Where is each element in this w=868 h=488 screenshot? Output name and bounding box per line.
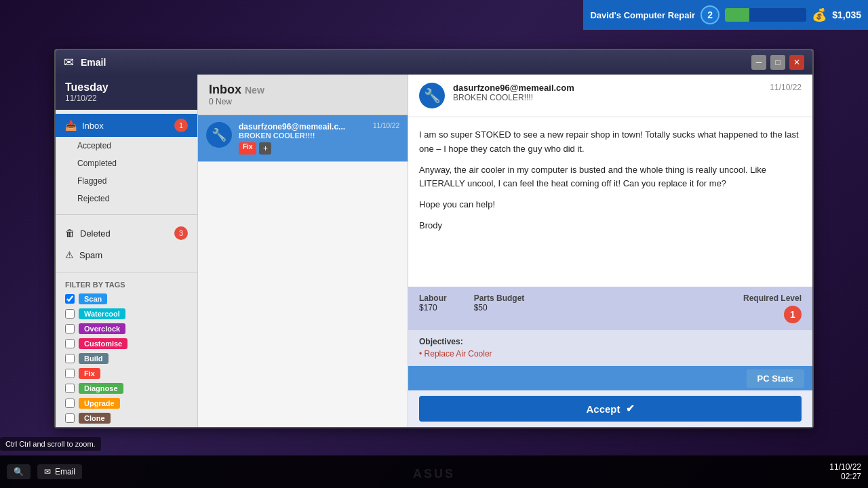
tag-checkbox-watercool[interactable] [65,309,75,319]
sidebar-item-flagged[interactable]: Flagged [56,172,197,190]
sidebar-inbox-label: Inbox [82,121,169,131]
topbar-money: $1,035 [832,9,861,20]
tags-list: Scan Watercool Overclock Customise [56,291,197,427]
required-level-badge: 1 [784,306,802,323]
tag-label-customise: Customise [79,338,127,349]
tag-checkbox-diagnose[interactable] [65,384,75,393]
labour-label: Labour [419,293,447,303]
tag-checkbox-customise[interactable] [65,339,75,348]
email-detail-subject: BROKEN COOLER!!!! [453,93,762,102]
email-list-panel: Inbox New 0 New 🔧 dasurfzone96@memeail.c… [198,75,408,427]
email-list-subtitle: 0 New [209,97,397,106]
tag-checkbox-build[interactable] [65,354,75,363]
money-icon: 💰 [812,7,827,22]
tag-checkbox-overclock[interactable] [65,324,75,333]
tag-item-clone[interactable]: Clone [61,411,192,426]
email-detail-sender: dasurfzone96@memeail.com [453,83,762,93]
deleted-icon: 🗑 [65,228,75,239]
spam-icon: ⚠ [65,249,74,260]
tag-item-diagnose[interactable]: Diagnose [61,381,192,396]
email-detail-header: 🔧 dasurfzone96@memeail.com BROKEN COOLER… [408,75,812,117]
email-detail-footer: PC Stats [408,365,812,390]
email-content: dasurfzone96@memeail.c... BROKEN COOLER!… [239,122,366,155]
sidebar-item-deleted[interactable]: 🗑 Deleted 3 [56,222,197,245]
objectives: Objectives: • Replace Air Cooler [408,330,812,365]
parts-budget-value: $50 [474,303,525,312]
job-details: Labour $170 Parts Budget $50 Required Le… [408,287,812,330]
taskbar-email-btn[interactable]: ✉ Email [37,464,82,479]
topbar-title: David's Computer Repair [590,10,695,20]
sidebar-item-completed[interactable]: Completed [56,155,197,172]
email-from: dasurfzone96@memeail.c... [239,122,366,131]
email-tags: Fix + [239,142,366,155]
tag-label-diagnose: Diagnose [79,383,123,394]
sidebar-day: Tuesday 11/10/22 [56,75,197,110]
search-icon: 🔍 [14,467,24,476]
tag-item-scan[interactable]: Scan [61,291,192,306]
deleted-badge: 3 [174,226,188,240]
email-detail-avatar: 🔧 [419,83,445,108]
email-body-p4: Brody [419,219,802,233]
topbar: David's Computer Repair 2 💰 $1,035 [583,0,868,30]
tag-checkbox-fix[interactable] [65,369,75,378]
email-list-header: Inbox New 0 New [198,75,408,115]
taskbar-email-label: Email [55,467,75,476]
objectives-item-1: • Replace Air Cooler [419,349,802,359]
sidebar-item-rejected[interactable]: Rejected [56,190,197,207]
sidebar-item-inbox[interactable]: 📥 Inbox 1 [56,114,197,137]
email-list-item[interactable]: 🔧 dasurfzone96@memeail.c... BROKEN COOLE… [198,115,408,162]
close-button[interactable]: ✕ [789,55,804,70]
tag-add-button[interactable]: + [259,142,271,155]
tag-checkbox-upgrade[interactable] [65,399,75,408]
sidebar-deleted-label: Deleted [80,228,169,239]
maximize-button[interactable]: □ [770,55,785,70]
email-detail-from-info: dasurfzone96@memeail.com BROKEN COOLER!!… [453,83,762,102]
tag-item-customise[interactable]: Customise [61,336,192,351]
taskbar-search-btn[interactable]: 🔍 [7,464,31,479]
taskbar-clock: 11/10/22 02:27 [829,462,861,481]
sidebar-tags-header: Filter by Tags [56,275,197,291]
tag-checkbox-scan[interactable] [65,294,75,304]
email-avatar: 🔧 [206,122,232,148]
sidebar-section-main: 📥 Inbox 1 Accepted Completed Flagged Rej… [56,110,197,211]
sidebar-item-accepted[interactable]: Accepted [56,137,197,155]
email-icon: ✉ [44,467,51,476]
kb-hint: Ctrl Ctrl and scroll to zoom. [0,437,101,451]
required-level: Required Level 1 [743,293,802,323]
topbar-xp-bar [725,8,806,22]
email-detail-body: I am so super STOKED to see a new repair… [408,117,812,287]
email-list-title: Inbox New [209,83,397,97]
window-title: Email [81,57,745,68]
email-detail-panel: 🔧 dasurfzone96@memeail.com BROKEN COOLER… [408,75,812,427]
pc-stats-bar: PC Stats [408,366,812,390]
tag-label-clone: Clone [79,413,111,424]
labour-value: $170 [419,303,447,312]
tag-item-overclock[interactable]: Overclock [61,321,192,336]
email-body-p3: Hope you can help! [419,198,802,212]
tag-item-fix[interactable]: Fix [61,366,192,381]
window-email-icon: ✉ [64,55,74,70]
sidebar-section-secondary: 🗑 Deleted 3 ⚠ Spam [56,218,197,269]
accept-checkmark-icon: ✔ [626,403,635,415]
sidebar-day-date: 11/10/22 [65,94,188,103]
inbox-badge: 1 [174,119,188,132]
minimize-button[interactable]: ─ [751,55,766,70]
email-window: ✉ Email ─ □ ✕ Tuesday 11/10/22 📥 Inbox [54,49,814,428]
topbar-level: 2 [701,5,719,24]
taskbar: 🔍 ✉ Email 11/10/22 02:27 [0,455,868,488]
window-body: Tuesday 11/10/22 📥 Inbox 1 Accepted Comp… [56,75,812,427]
tag-item-upgrade[interactable]: Upgrade [61,396,192,411]
sidebar: Tuesday 11/10/22 📥 Inbox 1 Accepted Comp… [56,75,198,427]
tag-item-watercool[interactable]: Watercool [61,306,192,321]
taskbar-date: 11/10/22 [829,462,861,472]
pc-stats-button[interactable]: PC Stats [747,369,804,388]
tag-checkbox-clone[interactable] [65,413,75,423]
tag-item-clean[interactable]: Clean [61,426,192,427]
sidebar-divider-2 [56,272,197,272]
sidebar-item-spam[interactable]: ⚠ Spam [56,245,197,265]
accept-button[interactable]: Accept ✔ [419,396,802,422]
tag-item-build[interactable]: Build [61,351,192,366]
tag-label-scan: Scan [79,293,107,304]
email-tag-fix: Fix [239,142,256,155]
accept-label: Accept [586,403,620,415]
